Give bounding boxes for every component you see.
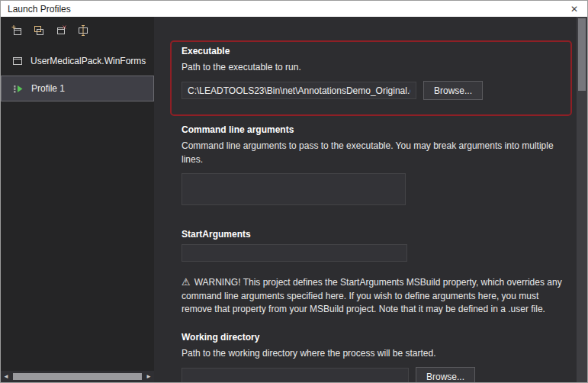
window-title: Launch Profiles [8,4,71,14]
new-profile-icon [11,24,23,37]
sidebar-item-label: Profile 1 [31,83,65,94]
clone-profile-icon [33,24,45,37]
horizontal-scrollbar-thumb[interactable] [13,373,142,380]
launch-profile-icon [12,82,24,95]
rename-profile-icon [77,24,89,37]
warning-text: WARNING! This project defines the StartA… [182,277,562,314]
sidebar-item-usermedicalpack-winforms[interactable]: UserMedicalPack.WinForms [1,50,154,72]
launch-profiles-dialog: Launch Profiles ✕ [0,0,588,383]
working-directory-section: Working directory Path to the working di… [182,332,566,382]
working-directory-input[interactable] [182,368,409,382]
winforms-project-icon [11,55,24,67]
close-icon[interactable]: ✕ [568,4,580,14]
title-bar: Launch Profiles ✕ [1,1,587,17]
scroll-left-icon[interactable]: ◄ [1,371,11,382]
profiles-sidebar: UserMedicalPack.WinForms Profile 1 [1,17,154,382]
working-directory-title: Working directory [182,332,566,343]
start-arguments-input[interactable] [182,244,407,262]
profile-settings-panel: Executable Path to the executable to run… [154,17,587,382]
executable-title: Executable [182,46,566,56]
working-directory-row: Browse... [182,367,566,382]
dialog-body: UserMedicalPack.WinForms Profile 1 [1,17,587,382]
delete-profile-button[interactable] [54,24,68,37]
working-directory-browse-button[interactable]: Browse... [416,367,475,382]
clone-profile-button[interactable] [32,24,46,37]
sidebar-item-profile-1[interactable]: Profile 1 [1,76,154,101]
working-directory-description: Path to the working directory where the … [182,347,566,360]
executable-description: Path to the executable to run. [182,61,566,74]
profiles-list: UserMedicalPack.WinForms Profile 1 [1,50,154,101]
sidebar-item-label: UserMedicalPack.WinForms [31,56,146,66]
vertical-scrollbar[interactable] [577,17,587,382]
scroll-right-icon[interactable]: ► [143,371,154,382]
start-arguments-section: StartArguments ⚠WARNING! This project de… [182,229,566,317]
warning-icon: ⚠ [182,276,191,288]
executable-path-input[interactable] [182,82,416,99]
command-line-arguments-title: Command line arguments [182,124,566,135]
command-line-arguments-section: Command line arguments Command line argu… [182,124,566,208]
command-line-arguments-description: Command line arguments to pass to the ex… [182,140,566,166]
vertical-scrollbar-thumb[interactable] [578,18,586,91]
command-line-arguments-input[interactable] [182,173,406,205]
new-profile-button[interactable] [10,24,24,37]
executable-row: Browse... [182,81,566,100]
start-arguments-title: StartArguments [182,229,566,240]
delete-profile-icon [55,24,67,37]
sidebar-horizontal-scrollbar[interactable]: ◄ ► [1,371,154,382]
executable-browse-button[interactable]: Browse... [423,81,483,100]
start-arguments-warning: ⚠WARNING! This project defines the Start… [182,275,566,317]
rename-profile-button[interactable] [76,24,90,37]
executable-section: Executable Path to the executable to run… [182,46,566,100]
profiles-toolbar [1,17,154,41]
